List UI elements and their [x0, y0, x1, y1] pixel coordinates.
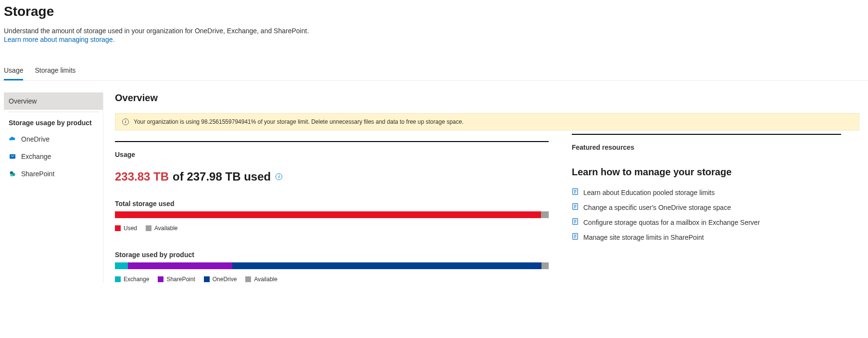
info-icon[interactable]: i [276, 173, 282, 180]
legend-item-available: Available [245, 276, 277, 283]
resource-link-text: Learn about Education pooled storage lim… [583, 189, 715, 196]
resource-link-text: Configure storage quotas for a mailbox i… [583, 219, 760, 226]
overview-heading: Overview [115, 92, 549, 104]
bar-segment-onedrive [232, 262, 541, 269]
legend-swatch [245, 276, 251, 282]
chart-product-label: Storage used by product [115, 251, 549, 259]
bar-segment-exchange [115, 262, 128, 269]
sidebar: Overview Storage usage by product OneDri… [0, 92, 103, 283]
sidebar-item-sharepoint[interactable]: SharePoint [4, 165, 103, 182]
usage-used-value: 233.83 TB [115, 170, 169, 183]
resource-link-2[interactable]: Configure storage quotas for a mailbox i… [572, 218, 841, 226]
resource-link-1[interactable]: Change a specific user's OneDrive storag… [572, 203, 841, 211]
page-title: Storage [4, 4, 864, 19]
product-storage-legend: ExchangeSharePointOneDriveAvailable [115, 276, 549, 283]
resources-list: Learn about Education pooled storage lim… [572, 188, 841, 241]
divider [0, 80, 868, 81]
product-storage-bar [115, 262, 549, 269]
sharepoint-icon [9, 170, 16, 178]
legend-swatch [115, 276, 121, 282]
usage-total-text: of 237.98 TB used [173, 170, 271, 183]
tab-bar: Usage Storage limits [0, 66, 868, 80]
legend-swatch [115, 225, 121, 231]
resources-subheading: Learn how to manage your storage [572, 167, 841, 178]
sidebar-item-label: Exchange [21, 153, 51, 160]
legend-item-exchange: Exchange [115, 276, 149, 283]
sidebar-item-label: OneDrive [21, 135, 50, 143]
sidebar-section-heading: Storage usage by product [4, 115, 103, 130]
bar-segment-available [541, 262, 549, 269]
legend-item-used: Used [115, 225, 137, 232]
exchange-icon [9, 153, 16, 160]
resource-link-0[interactable]: Learn about Education pooled storage lim… [572, 188, 841, 196]
sidebar-item-overview[interactable]: Overview [4, 92, 103, 110]
info-icon: i [122, 118, 129, 125]
sidebar-item-label: SharePoint [21, 170, 54, 178]
bar-segment-used [115, 211, 541, 218]
sidebar-item-label: Overview [9, 97, 37, 105]
tab-usage[interactable]: Usage [4, 66, 23, 80]
total-storage-bar [115, 211, 549, 218]
legend-swatch [158, 276, 164, 282]
legend-label: Available [254, 276, 277, 283]
document-icon [572, 218, 579, 226]
legend-label: Used [124, 225, 137, 232]
sidebar-divider [8, 112, 99, 112]
section-divider [572, 134, 841, 135]
legend-item-sharepoint: SharePoint [158, 276, 195, 283]
total-storage-legend: UsedAvailable [115, 225, 549, 232]
legend-label: Available [154, 225, 177, 232]
legend-swatch [204, 276, 210, 282]
bar-segment-sharepoint [128, 262, 232, 269]
onedrive-icon [9, 135, 16, 143]
learn-more-link[interactable]: Learn more about managing storage. [4, 36, 114, 43]
resources-heading: Featured resources [572, 143, 841, 151]
resource-link-text: Change a specific user's OneDrive storag… [583, 204, 731, 211]
legend-label: Exchange [124, 276, 149, 283]
document-icon [572, 233, 579, 241]
chart-total-label: Total storage used [115, 200, 549, 208]
legend-item-available: Available [146, 225, 177, 232]
resource-link-text: Manage site storage limits in SharePoint [583, 234, 704, 241]
legend-label: SharePoint [166, 276, 195, 283]
page-description: Understand the amount of storage used in… [4, 27, 864, 35]
bar-segment-available [541, 211, 549, 218]
banner-text: Your organization is using 98.2561559794… [134, 118, 464, 125]
section-divider [115, 141, 549, 142]
resource-link-3[interactable]: Manage site storage limits in SharePoint [572, 233, 841, 241]
document-icon [572, 188, 579, 196]
legend-swatch [146, 225, 151, 231]
legend-item-onedrive: OneDrive [204, 276, 237, 283]
svg-point-3 [10, 174, 13, 176]
sidebar-item-onedrive[interactable]: OneDrive [4, 130, 103, 148]
tab-storage-limits[interactable]: Storage limits [35, 66, 75, 80]
usage-subheading: Usage [115, 151, 549, 158]
usage-summary: 233.83 TB of 237.98 TB used i [115, 170, 549, 183]
legend-label: OneDrive [213, 276, 237, 283]
sidebar-item-exchange[interactable]: Exchange [4, 148, 103, 165]
document-icon [572, 203, 579, 211]
